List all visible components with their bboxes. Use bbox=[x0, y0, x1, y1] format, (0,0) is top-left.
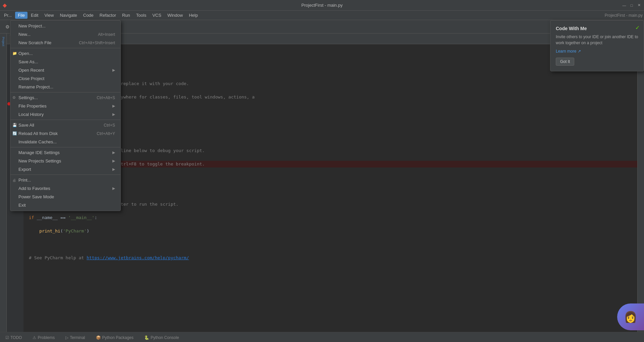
popup-text: Invite others to your IDE or join anothe… bbox=[556, 34, 638, 46]
menu-rename-project[interactable]: Rename Project... bbox=[10, 83, 120, 91]
new-scratch-shortcut: Ctrl+Alt+Shift+Insert bbox=[79, 41, 115, 45]
file-dropdown-menu: New Project... New... Alt+Insert New Scr… bbox=[10, 20, 121, 211]
menu-item-refactor[interactable]: Refactor bbox=[97, 12, 119, 19]
maximize-button[interactable]: □ bbox=[629, 3, 634, 8]
settings-shortcut: Ctrl+Alt+S bbox=[97, 95, 115, 100]
open-recent-label: Open Recent bbox=[18, 68, 44, 73]
left-sidebar: Project bbox=[0, 33, 7, 332]
menu-new-scratch-file[interactable]: New Scratch File Ctrl+Alt+Shift+Insert bbox=[10, 39, 120, 47]
print-label: Print... bbox=[18, 178, 31, 183]
menu-reload-all[interactable]: 🔄 Reload All from Disk Ctrl+Alt+Y bbox=[10, 129, 120, 138]
bottom-tabs-bar: ☑ TODO ⚠ Problems ▷ Terminal 📦 Python Pa… bbox=[0, 332, 644, 342]
sep-4 bbox=[10, 147, 120, 147]
reload-all-label: Reload All from Disk bbox=[18, 131, 58, 136]
menu-item-tools[interactable]: Tools bbox=[133, 12, 149, 19]
app-logo: ◆ bbox=[3, 2, 7, 8]
menu-item-file[interactable]: File bbox=[15, 12, 28, 19]
menu-new-project[interactable]: New Project... bbox=[10, 22, 120, 30]
problems-label: Problems bbox=[38, 335, 55, 340]
menu-item-edit[interactable]: Edit bbox=[28, 12, 41, 19]
new-scratch-label: New Scratch File bbox=[18, 40, 51, 45]
popup-got-it-button[interactable]: Got It bbox=[556, 58, 574, 66]
avatar-image: 👩 bbox=[617, 303, 644, 330]
menu-file-properties[interactable]: File Properties ▶ bbox=[10, 102, 120, 110]
file-properties-label: File Properties bbox=[18, 104, 47, 109]
problems-icon: ⚠ bbox=[33, 335, 36, 340]
sep-3 bbox=[10, 120, 120, 120]
menu-close-project[interactable]: Close Project bbox=[10, 74, 120, 83]
menu-item-run[interactable]: Run bbox=[119, 12, 133, 19]
local-history-label: Local History bbox=[18, 112, 44, 117]
save-as-label: Save As... bbox=[18, 59, 38, 64]
menu-settings[interactable]: ⚙ Settings... Ctrl+Alt+S bbox=[10, 93, 120, 102]
minimize-button[interactable]: — bbox=[622, 3, 627, 8]
python-packages-tab[interactable]: 📦 Python Packages bbox=[93, 334, 136, 341]
menu-exit[interactable]: Exit bbox=[10, 201, 120, 209]
add-favorites-label: Add to Favorites bbox=[18, 186, 50, 191]
popup-learn-more-link[interactable]: Learn more ↗ bbox=[556, 49, 581, 54]
menu-local-history[interactable]: Local History ▶ bbox=[10, 110, 120, 119]
menu-item-code[interactable]: Code bbox=[80, 12, 96, 19]
window-title: ProjectFirst - main.py bbox=[302, 3, 343, 8]
menu-open[interactable]: 📁 Open... bbox=[10, 49, 120, 58]
close-button[interactable]: ✕ bbox=[637, 3, 641, 8]
new-shortcut: Alt+Insert bbox=[98, 32, 115, 37]
reload-all-shortcut: Ctrl+Alt+Y bbox=[97, 131, 115, 136]
menu-item-project[interactable]: Pr... bbox=[1, 12, 14, 19]
terminal-icon: ▷ bbox=[65, 335, 68, 340]
terminal-tab[interactable]: ▷ Terminal bbox=[63, 334, 88, 341]
python-console-tab[interactable]: 🐍 Python Console bbox=[142, 334, 182, 341]
menu-power-save-mode[interactable]: Power Save Mode bbox=[10, 193, 120, 201]
menu-item-navigate[interactable]: Navigate bbox=[57, 12, 79, 19]
terminal-label: Terminal bbox=[70, 335, 85, 340]
menu-item-vcs[interactable]: VCS bbox=[150, 12, 164, 19]
open-recent-arrow: ▶ bbox=[112, 68, 115, 72]
menu-item-view[interactable]: View bbox=[42, 12, 56, 19]
right-sidebar bbox=[637, 33, 644, 332]
save-all-shortcut: Ctrl+S bbox=[104, 123, 115, 128]
code-line-14: print_hi('PyCharm') bbox=[29, 228, 637, 234]
print-icon: 🖨 bbox=[12, 178, 16, 182]
problems-tab[interactable]: ⚠ Problems bbox=[30, 334, 57, 341]
todo-label: TODO bbox=[10, 335, 22, 340]
menu-save-all[interactable]: 💾 Save All Ctrl+S bbox=[10, 121, 120, 129]
python-packages-icon: 📦 bbox=[96, 335, 101, 340]
manage-ide-arrow: ▶ bbox=[112, 150, 115, 155]
menu-item-window[interactable]: Window bbox=[165, 12, 185, 19]
todo-tab[interactable]: ☑ TODO bbox=[3, 334, 24, 341]
menu-bar: Pr... File Edit View Navigate Code Refac… bbox=[0, 11, 644, 20]
save-all-icon: 💾 bbox=[12, 123, 17, 127]
new-label: New... bbox=[18, 32, 31, 37]
python-packages-label: Python Packages bbox=[102, 335, 133, 340]
title-bar: ◆ ProjectFirst - main.py — □ ✕ bbox=[0, 0, 644, 11]
menu-invalidate-caches[interactable]: Invalidate Caches... bbox=[10, 138, 120, 146]
menu-save-as[interactable]: Save As... bbox=[10, 58, 120, 66]
menu-manage-ide-settings[interactable]: Manage IDE Settings ▶ bbox=[10, 148, 120, 157]
reload-icon: 🔄 bbox=[12, 131, 17, 136]
code-with-me-popup: ✓ Code With Me Invite others to your IDE… bbox=[550, 20, 644, 71]
settings-icon: ⚙ bbox=[12, 95, 16, 100]
avatar-icon: 👩 bbox=[624, 311, 637, 323]
menu-print[interactable]: 🖨 Print... bbox=[10, 176, 120, 184]
new-projects-settings-arrow: ▶ bbox=[112, 159, 115, 163]
export-label: Export bbox=[18, 167, 31, 172]
sep-1 bbox=[10, 48, 120, 48]
menu-item-help[interactable]: Help bbox=[186, 12, 201, 19]
python-console-icon: 🐍 bbox=[144, 335, 149, 340]
project-sidebar-tab[interactable]: Project bbox=[0, 35, 7, 48]
popup-check-icon: ✓ bbox=[635, 24, 640, 31]
invalidate-caches-label: Invalidate Caches... bbox=[18, 139, 57, 144]
save-all-label: Save All bbox=[18, 123, 34, 128]
menu-new[interactable]: New... Alt+Insert bbox=[10, 30, 120, 39]
user-avatar-container: 👩 bbox=[617, 303, 644, 330]
popup-title: Code With Me bbox=[556, 26, 638, 31]
menu-new-projects-settings[interactable]: New Projects Settings ▶ bbox=[10, 157, 120, 165]
sep-2 bbox=[10, 92, 120, 92]
open-label: Open... bbox=[18, 51, 33, 56]
title-bar-left: ◆ bbox=[3, 2, 8, 8]
menu-add-to-favorites[interactable]: Add to Favorites ▶ bbox=[10, 184, 120, 193]
menu-open-recent[interactable]: Open Recent ▶ bbox=[10, 66, 120, 74]
code-line-16: # See PyCharm help at https://www.jetbra… bbox=[29, 255, 637, 261]
menu-export[interactable]: Export ▶ bbox=[10, 165, 120, 174]
local-history-arrow: ▶ bbox=[112, 112, 115, 117]
